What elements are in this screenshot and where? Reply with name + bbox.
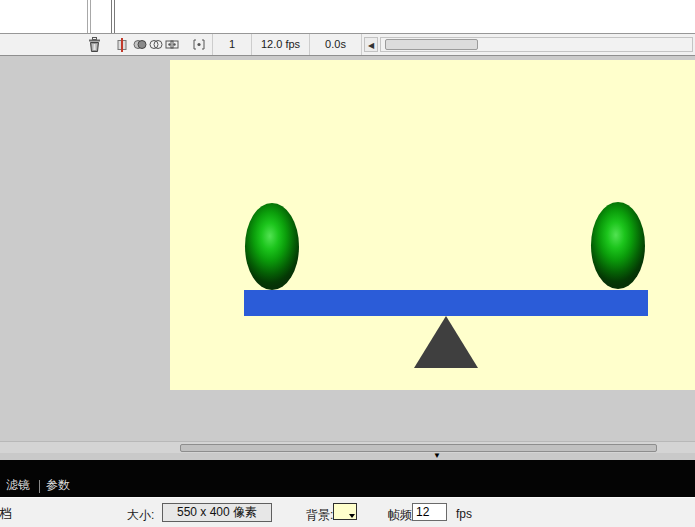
scroll-left-arrow-icon[interactable]: ◀	[364, 37, 378, 52]
frame-rate-indicator[interactable]: 12.0 fps	[252, 34, 310, 55]
timeline-column-divider	[90, 0, 91, 33]
document-label: 文档	[0, 505, 12, 523]
stage-horizontal-scrollbar[interactable]	[0, 441, 695, 453]
green-ball-right[interactable]	[591, 202, 645, 289]
frame-rate-input[interactable]	[412, 503, 447, 521]
swatch-dropdown-arrow-icon	[349, 514, 355, 518]
center-frame-button[interactable]	[113, 36, 131, 53]
property-inspector: 文档 大小: 550 x 400 像素 背景: 帧频: fps	[0, 497, 695, 527]
stage-canvas[interactable]	[170, 60, 695, 390]
onion-skin-icon	[133, 38, 147, 51]
trash-icon	[88, 37, 101, 52]
tab-parameters[interactable]: 参数	[46, 477, 70, 494]
timeline-scrollbar[interactable]: ◀	[364, 37, 693, 52]
timeline-scrollbar-track[interactable]	[380, 37, 693, 52]
tab-separator	[39, 480, 40, 493]
elapsed-time-indicator: 0.0s	[310, 34, 362, 55]
seesaw-plank[interactable]	[244, 290, 648, 316]
timeline-column-divider	[87, 0, 88, 33]
panel-collapse-strip: ▼	[0, 453, 695, 460]
flash-authoring-window: 1 12.0 fps 0.0s ◀ ▼ 滤镜 参数 文档 大小:	[0, 0, 695, 527]
size-label: 大小:	[127, 507, 154, 524]
edit-multiple-frames-button[interactable]	[163, 36, 181, 53]
modify-onion-markers-button[interactable]	[190, 36, 208, 53]
edit-multiple-frames-icon	[165, 38, 179, 51]
center-frame-icon	[117, 38, 127, 52]
green-ball-left[interactable]	[245, 203, 299, 290]
delete-layer-button[interactable]	[85, 36, 103, 53]
panel-group-bar: 滤镜 参数	[0, 460, 695, 497]
workspace	[0, 56, 695, 441]
timeline-frames-area[interactable]	[0, 0, 695, 34]
fulcrum-triangle[interactable]	[414, 316, 478, 368]
background-label: 背景:	[306, 507, 333, 524]
stage-scrollbar-thumb[interactable]	[180, 444, 657, 452]
document-size-button[interactable]: 550 x 400 像素	[162, 503, 272, 522]
timeline-frame-divider	[114, 0, 115, 33]
tab-filters[interactable]: 滤镜	[6, 477, 30, 494]
timeline-status-bar: 1 12.0 fps 0.0s ◀	[0, 34, 695, 56]
timeline-scrollbar-thumb[interactable]	[385, 39, 478, 50]
modify-onion-markers-icon	[192, 38, 206, 51]
onion-skin-outline-icon	[149, 38, 163, 51]
current-frame-indicator: 1	[212, 34, 252, 55]
background-color-swatch[interactable]	[333, 503, 357, 520]
timeline-frame-divider	[111, 0, 112, 33]
collapse-panel-arrow-icon[interactable]: ▼	[429, 452, 445, 460]
fps-suffix-label: fps	[456, 507, 472, 521]
